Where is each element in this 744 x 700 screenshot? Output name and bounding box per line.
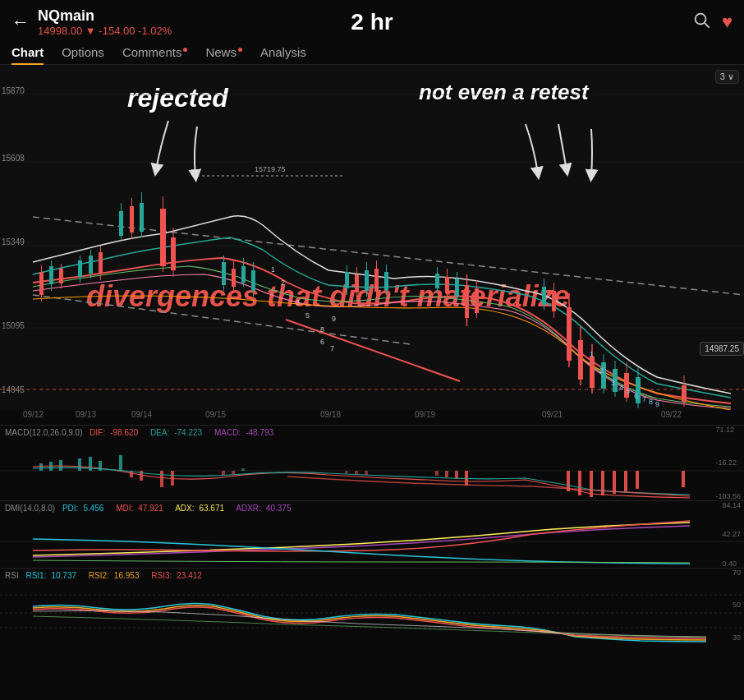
svg-text:6: 6 bbox=[320, 338, 324, 346]
svg-line-1 bbox=[705, 24, 709, 28]
heart-icon[interactable]: ♥ bbox=[722, 12, 733, 33]
timeframe-label: 2 hr bbox=[351, 9, 393, 35]
svg-text:8: 8 bbox=[320, 325, 324, 334]
svg-line-81 bbox=[286, 320, 460, 381]
dmi-svg bbox=[0, 516, 744, 567]
svg-rect-109 bbox=[160, 471, 163, 487]
svg-text:8: 8 bbox=[649, 398, 653, 406]
svg-rect-113 bbox=[241, 468, 245, 471]
svg-text:3: 3 bbox=[611, 379, 615, 387]
rsi-svg bbox=[0, 583, 744, 642]
svg-text:9: 9 bbox=[655, 400, 659, 408]
date-0915: 09/15 bbox=[205, 410, 226, 419]
nav-tabs: Chart Options Comments News Analysis bbox=[0, 42, 744, 65]
svg-rect-106 bbox=[119, 455, 122, 471]
rsi-panel: RSI RSI1:10.737 RSI2:16.953 RSI3:23.412 … bbox=[0, 568, 744, 642]
date-0922: 09/22 bbox=[661, 410, 682, 419]
svg-text:7: 7 bbox=[330, 344, 334, 352]
svg-rect-124 bbox=[601, 471, 604, 495]
macd-price-labels: 71.12 -16.22 -103.56 bbox=[715, 426, 741, 500]
svg-text:4: 4 bbox=[619, 384, 623, 392]
date-0921: 09/21 bbox=[542, 410, 563, 419]
svg-rect-111 bbox=[222, 471, 225, 475]
svg-rect-100 bbox=[39, 463, 43, 471]
date-0919: 09/19 bbox=[415, 410, 435, 419]
header: ← NQmain 14998.00 ▼ -154.00 -1.02% 2 hr … bbox=[0, 0, 744, 42]
rsi-price-labels: 70 50 30 bbox=[733, 569, 741, 642]
svg-line-8 bbox=[33, 295, 411, 344]
svg-text:3: 3 bbox=[296, 298, 300, 306]
svg-rect-116 bbox=[365, 471, 368, 475]
tab-chart[interactable]: Chart bbox=[11, 45, 44, 64]
svg-rect-112 bbox=[232, 471, 235, 474]
macd-svg bbox=[0, 440, 744, 501]
svg-rect-127 bbox=[636, 471, 639, 489]
date-0912: 09/12 bbox=[23, 410, 44, 419]
svg-text:6: 6 bbox=[634, 392, 638, 400]
dmi-panel: DMI(14.0,8.0) PDI:5.456 MDI:47.921 ADX:6… bbox=[0, 500, 744, 568]
svg-text:15719.75: 15719.75 bbox=[255, 165, 286, 173]
svg-text:9: 9 bbox=[332, 315, 336, 323]
tab-options[interactable]: Options bbox=[62, 45, 104, 64]
ticker-name: NQmain bbox=[38, 8, 172, 25]
tab-news[interactable]: News bbox=[205, 45, 242, 64]
rsi-label: RSI RSI1:10.737 RSI2:16.953 RSI3:23.412 bbox=[0, 569, 744, 583]
date-0918: 09/18 bbox=[320, 410, 341, 419]
tab-analysis[interactable]: Analysis bbox=[260, 45, 306, 64]
search-icon[interactable] bbox=[692, 11, 710, 34]
svg-rect-128 bbox=[682, 471, 685, 487]
date-0913: 09/13 bbox=[76, 410, 96, 419]
svg-text:2: 2 bbox=[599, 366, 604, 375]
svg-rect-115 bbox=[355, 471, 358, 474]
svg-text:1: 1 bbox=[590, 350, 594, 358]
date-axis: 09/12 09/13 09/14 09/15 09/18 09/19 09/2… bbox=[0, 410, 744, 425]
svg-rect-126 bbox=[624, 471, 627, 491]
chart-area[interactable]: 15870 15608 15349 15095 14845 3 ∨ reject… bbox=[0, 65, 744, 410]
svg-text:1: 1 bbox=[271, 265, 275, 274]
tab-comments[interactable]: Comments bbox=[122, 45, 188, 64]
svg-rect-114 bbox=[345, 471, 348, 473]
svg-text:5: 5 bbox=[305, 311, 310, 320]
dmi-label: DMI(14.0,8.0) PDI:5.456 MDI:47.921 ADX:6… bbox=[0, 501, 744, 516]
svg-rect-117 bbox=[435, 471, 439, 476]
svg-rect-118 bbox=[445, 471, 448, 477]
svg-text:2: 2 bbox=[281, 279, 285, 287]
chart-svg: 15719.75 bbox=[0, 65, 744, 410]
header-icons: ♥ bbox=[692, 11, 733, 34]
back-button[interactable]: ← bbox=[11, 12, 30, 33]
svg-rect-119 bbox=[455, 471, 458, 479]
svg-rect-103 bbox=[78, 458, 81, 471]
macd-label: MACD(12.0,26.0,9.0) DIF:-98.620 DEA:-74.… bbox=[0, 426, 744, 440]
ticker-price: 14998.00 ▼ -154.00 -1.02% bbox=[38, 25, 172, 37]
svg-rect-125 bbox=[613, 471, 616, 494]
ticker-info: NQmain 14998.00 ▼ -154.00 -1.02% bbox=[38, 8, 172, 37]
macd-panel: MACD(12.0,26.0,9.0) DIF:-98.620 DEA:-74.… bbox=[0, 425, 744, 500]
svg-text:7: 7 bbox=[642, 395, 646, 403]
svg-text:5: 5 bbox=[626, 387, 630, 395]
dmi-price-labels: 84.14 42.27 0.40 bbox=[722, 501, 741, 568]
date-0914: 09/14 bbox=[131, 410, 152, 419]
